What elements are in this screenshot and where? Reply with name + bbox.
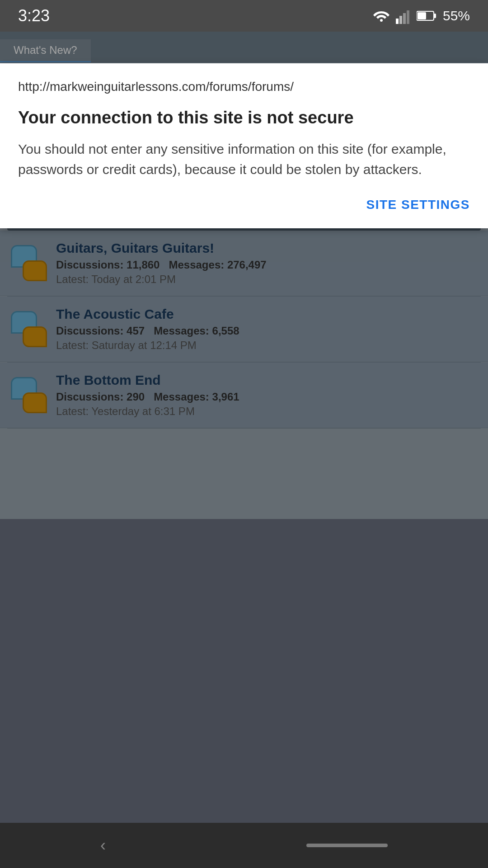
status-bar: 3:23 55% [0, 0, 488, 32]
svg-rect-2 [399, 16, 402, 24]
popup-url: http://markweinguitarlessons.com/forums/… [18, 80, 470, 94]
svg-point-0 [380, 19, 383, 22]
signal-icon [396, 8, 410, 24]
svg-rect-7 [418, 12, 426, 19]
popup-url-main: markweinguitarlessons.com/forums/forums/ [50, 80, 294, 94]
battery-percent: 55% [443, 8, 470, 24]
svg-rect-6 [434, 14, 436, 18]
site-settings-button[interactable]: SITE SETTINGS [366, 198, 470, 212]
status-icons: 55% [373, 8, 470, 24]
battery-icon [417, 9, 436, 22]
status-time: 3:23 [18, 6, 50, 25]
svg-rect-3 [403, 13, 406, 24]
svg-rect-4 [407, 10, 409, 24]
wifi-icon [373, 8, 389, 24]
svg-rect-1 [396, 19, 399, 24]
security-popup: http://markweinguitarlessons.com/forums/… [0, 63, 488, 228]
popup-body: You should not enter any sensitive infor… [18, 139, 470, 179]
popup-title: Your connection to this site is not secu… [18, 107, 470, 129]
popup-actions: SITE SETTINGS [18, 198, 470, 212]
popup-url-gray: http:// [18, 80, 50, 94]
